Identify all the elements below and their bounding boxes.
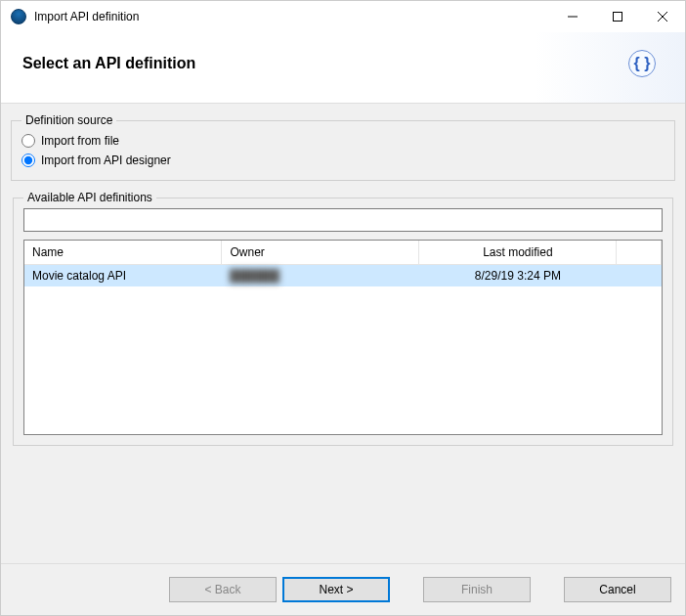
col-header-name[interactable]: Name <box>24 241 222 264</box>
back-button[interactable]: < Back <box>169 577 277 602</box>
radio-import-from-api-designer-label: Import from API designer <box>41 154 171 167</box>
available-definitions-group: Available API definitions Name Owner Las… <box>13 191 673 446</box>
maximize-button[interactable] <box>595 1 640 32</box>
available-definitions-label: Available API definitions <box>23 191 156 204</box>
next-button[interactable]: Next > <box>282 577 390 602</box>
cell-owner: ██████ <box>222 264 419 286</box>
cell-last-modified: 8/29/19 3:24 PM <box>419 264 617 286</box>
definitions-table: Name Owner Last modified Movie catalog A… <box>24 241 662 286</box>
radio-import-from-file-input[interactable] <box>21 134 35 148</box>
svg-rect-1 <box>614 13 622 22</box>
braces-icon: { } <box>628 50 656 77</box>
page-title: Select an API definition <box>22 55 628 72</box>
definitions-table-wrap: Name Owner Last modified Movie catalog A… <box>23 240 663 435</box>
filter-input[interactable] <box>23 208 663 232</box>
cell-spacer <box>617 264 662 286</box>
definition-source-legend: Definition source <box>21 113 116 127</box>
cancel-button[interactable]: Cancel <box>564 577 671 602</box>
wizard-content: Definition source Import from file Impor… <box>1 103 685 564</box>
window-title: Import API definition <box>34 10 139 23</box>
radio-import-from-api-designer-input[interactable] <box>21 154 35 167</box>
table-row[interactable]: Movie catalog API ██████ 8/29/19 3:24 PM <box>24 264 662 286</box>
wizard-header: Select an API definition { } <box>1 32 685 103</box>
finish-button[interactable]: Finish <box>423 577 531 602</box>
definition-source-group: Definition source Import from file Impor… <box>11 113 675 181</box>
cell-name: Movie catalog API <box>24 264 222 286</box>
table-header-row: Name Owner Last modified <box>24 241 662 264</box>
radio-import-from-file[interactable]: Import from file <box>21 131 665 151</box>
titlebar: Import API definition <box>1 1 685 32</box>
minimize-button[interactable] <box>550 1 595 32</box>
wizard-footer: < Back Next > Finish Cancel <box>1 564 685 615</box>
radio-import-from-api-designer[interactable]: Import from API designer <box>21 151 665 170</box>
close-button[interactable] <box>640 1 685 32</box>
col-header-last-modified[interactable]: Last modified <box>419 241 617 264</box>
col-header-owner[interactable]: Owner <box>222 241 419 264</box>
app-icon <box>11 9 26 24</box>
radio-import-from-file-label: Import from file <box>41 134 119 148</box>
col-header-spacer <box>617 241 662 264</box>
